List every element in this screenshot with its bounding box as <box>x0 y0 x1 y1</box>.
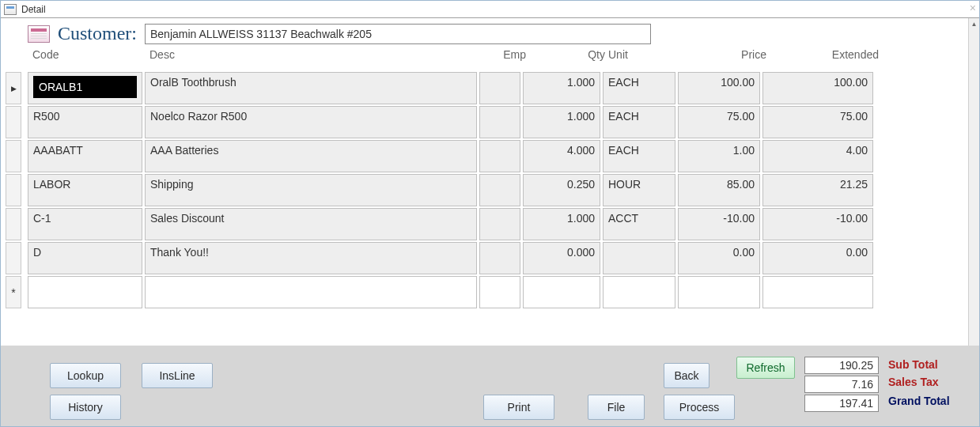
table-row[interactable]: ORALB1OralB Toothbrush1.000EACH100.00100… <box>6 72 970 106</box>
col-price: Price <box>684 48 766 61</box>
cell-unit[interactable]: ACCT <box>603 208 675 240</box>
cell-unit[interactable] <box>603 242 675 274</box>
cell-price[interactable]: 0.00 <box>678 242 760 274</box>
cell-code[interactable]: D <box>28 242 142 274</box>
cell-extended[interactable]: 75.00 <box>762 106 873 138</box>
window-titlebar: Detail × <box>1 1 979 18</box>
row-selector[interactable] <box>6 174 21 206</box>
form-icon <box>28 25 50 43</box>
scroll-up-icon[interactable]: ▲ <box>969 18 979 29</box>
cell-desc[interactable]: Sales Discount <box>145 208 477 240</box>
cell-desc[interactable]: Shipping <box>145 174 477 206</box>
cell-price[interactable] <box>678 276 760 308</box>
cell-qty[interactable]: 4.000 <box>523 140 600 172</box>
cell-desc[interactable]: Thank You!! <box>145 242 477 274</box>
cell-extended[interactable]: -10.00 <box>762 208 873 240</box>
lookup-button[interactable]: Lookup <box>50 363 121 388</box>
cell-qty[interactable] <box>523 276 600 308</box>
cell-desc[interactable]: OralB Toothbrush <box>145 72 477 104</box>
cell-code[interactable] <box>28 276 142 308</box>
cell-extended[interactable]: 4.00 <box>762 140 873 172</box>
col-desc: Desc <box>149 48 175 61</box>
cell-extended[interactable]: 0.00 <box>762 242 873 274</box>
print-button[interactable]: Print <box>483 395 554 420</box>
cell-price[interactable]: 100.00 <box>678 72 760 104</box>
grid-column-headers: Code Desc Emp Qty Unit Price Extended <box>28 48 970 67</box>
cell-code[interactable]: AAABATT <box>28 140 142 172</box>
cell-emp[interactable] <box>479 106 520 138</box>
cell-qty[interactable]: 1.000 <box>523 106 600 138</box>
cell-unit[interactable] <box>603 276 675 308</box>
table-row[interactable] <box>6 276 970 310</box>
cell-emp[interactable] <box>479 242 520 274</box>
cell-extended[interactable]: 21.25 <box>762 174 873 206</box>
cell-code[interactable]: C-1 <box>28 208 142 240</box>
salestax-label: Sales Tax <box>888 376 939 388</box>
cell-unit[interactable]: EACH <box>603 106 675 138</box>
cell-unit[interactable]: HOUR <box>603 174 675 206</box>
cell-code[interactable]: ORALB1 <box>28 72 142 104</box>
cell-extended[interactable]: 100.00 <box>762 72 873 104</box>
col-qty: Qty <box>534 48 605 61</box>
insline-button[interactable]: InsLine <box>142 363 213 388</box>
subtotal-label: Sub Total <box>888 358 938 371</box>
col-code: Code <box>32 48 59 61</box>
cell-price[interactable]: 75.00 <box>678 106 760 138</box>
vertical-scrollbar[interactable]: ▲ <box>968 18 979 346</box>
row-selector[interactable] <box>6 106 21 138</box>
customer-input[interactable] <box>145 24 651 44</box>
table-row[interactable]: LABORShipping0.250HOUR85.0021.25 <box>6 174 970 208</box>
cell-qty[interactable]: 0.000 <box>523 242 600 274</box>
cell-emp[interactable] <box>479 140 520 172</box>
grandtotal-value: 197.41 <box>804 395 879 412</box>
grandtotal-label: Grand Total <box>888 395 950 407</box>
col-emp: Emp <box>486 48 526 61</box>
history-button[interactable]: History <box>50 395 121 420</box>
cell-qty[interactable]: 1.000 <box>523 208 600 240</box>
process-button[interactable]: Process <box>664 395 735 420</box>
window-icon <box>4 4 17 15</box>
row-selector[interactable] <box>6 72 21 104</box>
form-footer: Lookup InsLine History Print File Back R… <box>1 346 979 426</box>
salestax-value: 7.16 <box>804 376 879 393</box>
cell-desc[interactable]: Noelco Razor R500 <box>145 106 477 138</box>
row-selector[interactable] <box>6 208 21 240</box>
row-selector[interactable] <box>6 140 21 172</box>
close-icon[interactable]: × <box>970 2 976 13</box>
cell-unit[interactable]: EACH <box>603 140 675 172</box>
cell-code[interactable]: R500 <box>28 106 142 138</box>
cell-price[interactable]: 85.00 <box>678 174 760 206</box>
cell-emp[interactable] <box>479 208 520 240</box>
cell-desc[interactable] <box>145 276 477 308</box>
cell-emp[interactable] <box>479 276 520 308</box>
cell-qty[interactable]: 0.250 <box>523 174 600 206</box>
cell-emp[interactable] <box>479 72 520 104</box>
window-title: Detail <box>21 4 46 15</box>
cell-price[interactable]: 1.00 <box>678 140 760 172</box>
refresh-button[interactable]: Refresh <box>736 357 795 379</box>
customer-label: Customer: <box>58 23 137 44</box>
back-button[interactable]: Back <box>664 363 709 388</box>
cell-extended[interactable] <box>762 276 873 308</box>
selected-text: ORALB1 <box>33 76 137 98</box>
cell-emp[interactable] <box>479 174 520 206</box>
row-selector[interactable] <box>6 242 21 274</box>
table-row[interactable]: C-1Sales Discount1.000ACCT-10.00-10.00 <box>6 208 970 242</box>
cell-price[interactable]: -10.00 <box>678 208 760 240</box>
subtotal-value: 190.25 <box>804 357 879 374</box>
cell-qty[interactable]: 1.000 <box>523 72 600 104</box>
col-extended: Extended <box>793 48 879 61</box>
table-row[interactable]: R500Noelco Razor R5001.000EACH75.0075.00 <box>6 106 970 140</box>
file-button[interactable]: File <box>588 395 645 420</box>
row-selector[interactable] <box>6 276 21 308</box>
cell-unit[interactable]: EACH <box>603 72 675 104</box>
cell-code[interactable]: LABOR <box>28 174 142 206</box>
table-row[interactable]: AAABATTAAA Batteries4.000EACH1.004.00 <box>6 140 970 174</box>
col-unit: Unit <box>608 48 628 61</box>
table-row[interactable]: DThank You!!0.0000.000.00 <box>6 242 970 276</box>
cell-desc[interactable]: AAA Batteries <box>145 140 477 172</box>
